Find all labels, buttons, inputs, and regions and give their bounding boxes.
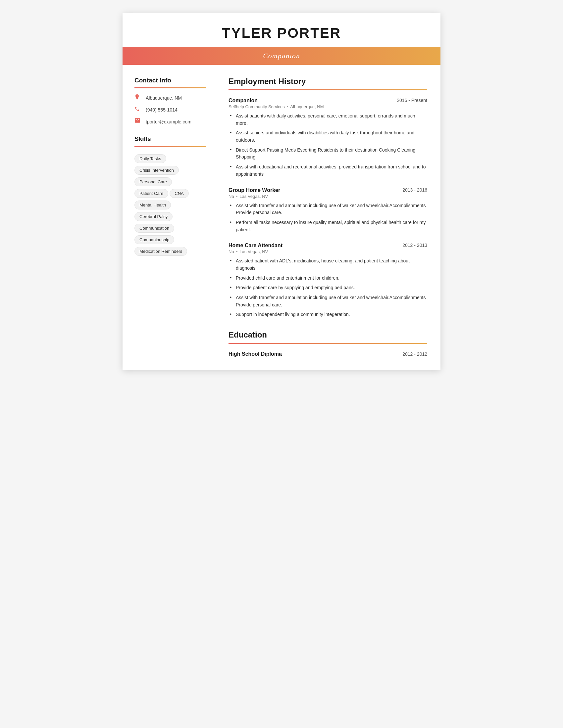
header: TYLER PORTER (122, 13, 441, 41)
contact-location: Albuquerque, NM (134, 94, 206, 102)
job-header: Companion2016 - Present (228, 98, 427, 104)
email-icon (134, 118, 142, 125)
skill-tag: Personal Care (134, 177, 172, 186)
candidate-name: TYLER PORTER (136, 25, 427, 41)
edu-degree: High School Diploma (228, 351, 282, 357)
employment-divider (228, 89, 427, 90)
education-section: Education High School Diploma2012 - 2012 (228, 330, 427, 357)
phone-icon (134, 106, 142, 114)
job-bullet: Perform all tasks necessary to insure qu… (228, 219, 427, 233)
job-company: Na•Las Vegas, NV (228, 194, 427, 199)
job-company: Na•Las Vegas, NV (228, 249, 427, 254)
skill-tag: Mental Health (134, 201, 171, 209)
skill-tag: Patient Care (134, 189, 168, 198)
job-entry-2: Home Care Attendant2012 - 2013Na•Las Veg… (228, 243, 427, 318)
skills-tags-container: Daily TasksCrisis InterventionPersonal C… (134, 153, 206, 257)
job-bullet: Provide patient care by supplying and em… (228, 284, 427, 292)
right-content: Employment History Companion2016 - Prese… (215, 65, 441, 370)
job-bullet: Support in independent living a communit… (228, 311, 427, 318)
location-icon (134, 94, 142, 102)
job-entry-1: Group Home Worker2013 - 2016Na•Las Vegas… (228, 187, 427, 234)
skill-tag: CNA (169, 189, 188, 198)
main-content: Contact Info Albuquerque, NM (122, 65, 441, 370)
job-dates: 2012 - 2013 (402, 243, 427, 248)
job-bullets: Assisted patient with ADL's, medications… (228, 257, 427, 318)
job-bullet: Assist patients with daily activities, p… (228, 113, 427, 127)
job-dates: 2016 - Present (397, 98, 427, 103)
skills-section: Skills Daily TasksCrisis InterventionPer… (134, 135, 206, 257)
company-name: Na (228, 249, 234, 254)
company-location: Las Vegas, NV (239, 194, 268, 199)
contact-phone: (940) 555-1014 (134, 106, 206, 114)
email-text: tporter@example.com (146, 119, 191, 124)
company-location: Las Vegas, NV (239, 249, 268, 254)
company-location: Albuquerque, NM (290, 104, 324, 109)
job-bullet: Direct Support Passing Meds Escorting Re… (228, 147, 427, 161)
separator: • (236, 194, 238, 199)
jobs-container: Companion2016 - PresentSelfhelp Communit… (228, 98, 427, 318)
sidebar: Contact Info Albuquerque, NM (122, 65, 215, 370)
phone-text: (940) 555-1014 (146, 107, 177, 113)
job-title: Group Home Worker (228, 187, 280, 193)
resume-container: TYLER PORTER Companion Contact Info Albu… (122, 13, 441, 370)
contact-section: Contact Info Albuquerque, NM (134, 77, 206, 125)
skill-tag: Daily Tasks (134, 154, 166, 163)
job-dates: 2013 - 2016 (402, 187, 427, 193)
job-title: Home Care Attendant (228, 243, 283, 249)
contact-section-title: Contact Info (134, 77, 206, 84)
skill-tag: Crisis Intervention (134, 166, 179, 175)
education-section-title: Education (228, 330, 427, 340)
contact-divider (134, 87, 206, 88)
skill-tag: Communication (134, 224, 174, 233)
education-entries-container: High School Diploma2012 - 2012 (228, 351, 427, 357)
skill-tag: Medication Reminders (134, 247, 187, 256)
edu-dates: 2012 - 2012 (402, 351, 427, 357)
separator: • (287, 104, 289, 109)
skills-section-title: Skills (134, 135, 206, 143)
job-bullet: Assist with transfer and ambulation incl… (228, 294, 427, 308)
job-title: Companion (263, 52, 300, 60)
edu-entry-0: High School Diploma2012 - 2012 (228, 351, 427, 357)
company-name: Selfhelp Community Services (228, 104, 285, 109)
employment-section: Employment History Companion2016 - Prese… (228, 77, 427, 318)
job-bullets: Assist with transfer and ambulation incl… (228, 202, 427, 234)
job-bullet: Assist with educational and recreational… (228, 163, 427, 178)
contact-email: tporter@example.com (134, 118, 206, 125)
job-header: Group Home Worker2013 - 2016 (228, 187, 427, 193)
skill-tag: Companionship (134, 235, 174, 244)
company-name: Na (228, 194, 234, 199)
title-banner: Companion (122, 47, 441, 65)
job-bullet: Provided child care and entertainment fo… (228, 275, 427, 282)
location-text: Albuquerque, NM (146, 95, 182, 101)
employment-section-title: Employment History (228, 77, 427, 86)
education-divider (228, 343, 427, 344)
job-header: Home Care Attendant2012 - 2013 (228, 243, 427, 249)
job-entry-0: Companion2016 - PresentSelfhelp Communit… (228, 98, 427, 178)
job-company: Selfhelp Community Services•Albuquerque,… (228, 104, 427, 109)
separator: • (236, 249, 238, 254)
skills-divider (134, 146, 206, 147)
job-bullet: Assist with transfer and ambulation incl… (228, 202, 427, 216)
skill-tag: Cerebral Palsy (134, 212, 172, 221)
job-bullet: Assist seniors and individuals with disa… (228, 129, 427, 144)
job-title: Companion (228, 98, 258, 104)
job-bullets: Assist patients with daily activities, p… (228, 113, 427, 178)
job-bullet: Assisted patient with ADL's, medications… (228, 257, 427, 272)
